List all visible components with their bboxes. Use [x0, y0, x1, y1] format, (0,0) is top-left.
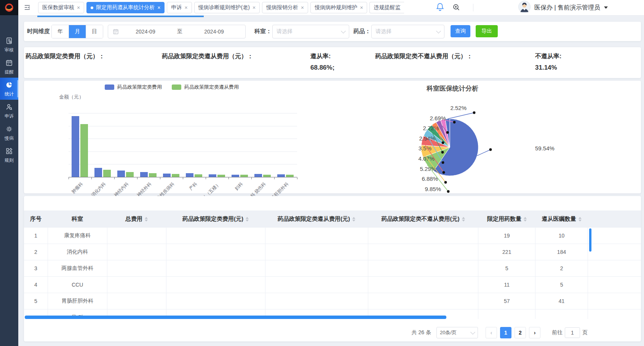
column-header-科室[interactable]: 科室 — [48, 210, 107, 228]
x-axis-tick — [251, 177, 252, 179]
zoom-in-icon[interactable] — [452, 3, 460, 13]
tab-申诉[interactable]: 申诉× — [167, 2, 192, 13]
tab-close-icon[interactable]: × — [157, 5, 160, 10]
tab-close-icon[interactable]: × — [184, 5, 187, 10]
pie-chart-svg: 2.52%2.69%2.72%2.94%3.5%4.07%5.29%6.88%9… — [369, 91, 597, 193]
table-cell-filler — [588, 309, 641, 319]
bar-药品政策限定类费用-妇科 — [232, 175, 239, 177]
sort-desc-icon[interactable] — [352, 220, 355, 222]
sort-asc-icon[interactable] — [578, 217, 582, 219]
column-header-序号[interactable]: 序号 — [24, 210, 48, 228]
dept-select[interactable]: 请选择 — [272, 25, 349, 38]
table-cell: 5 — [24, 293, 48, 309]
export-button[interactable]: 导出 — [476, 25, 498, 37]
sidebar-item-统计[interactable]: 统计 — [0, 78, 18, 100]
sidebar-item-提醒[interactable]: 提醒 — [0, 56, 18, 78]
legend-item-药品政策限定类费用[interactable]: 药品政策限定类费用 — [105, 84, 162, 91]
sort-asc-icon[interactable] — [352, 217, 355, 219]
page-size-select[interactable]: 20条/页 — [436, 327, 478, 338]
table-row[interactable]: 4CCU115 — [24, 277, 641, 293]
pagination: 共 26 条 20条/页 ‹ 12 › 前往 页 — [412, 327, 588, 338]
sort-desc-icon[interactable] — [145, 220, 148, 222]
bar-药品政策限定类费用-产科 — [186, 173, 193, 177]
column-header-药品政策限定类遵从费用(元)[interactable]: 药品政策限定类遵从费用(元) — [265, 210, 368, 228]
tab-慢病报销分析[interactable]: 慢病报销分析× — [262, 2, 308, 13]
tab-限定用药遵从率统计分析[interactable]: 限定用药遵从率统计分析× — [86, 2, 165, 13]
table-cell: 3 — [24, 260, 48, 276]
tab-慢病诊断规则维护(老)[interactable]: 慢病诊断规则维护(老)× — [194, 2, 260, 13]
table-row[interactable]: 5胃肠肝胆外科5741 — [24, 293, 641, 309]
table-row[interactable]: 2消化内科221184 — [24, 244, 641, 260]
legend-item-药品政策限定类遵从费用[interactable]: 药品政策限定类遵从费用 — [172, 84, 239, 91]
sort-asc-icon[interactable] — [462, 217, 465, 219]
pie-leader-dot — [441, 151, 444, 154]
column-header-遵从医嘱数量[interactable]: 遵从医嘱数量 — [535, 210, 588, 228]
query-button[interactable]: 查询 — [451, 25, 470, 37]
page-button-2[interactable]: 2 — [515, 327, 526, 338]
sort-icon[interactable] — [578, 217, 582, 222]
sort-icon[interactable] — [462, 217, 465, 222]
app-logo-icon[interactable] — [0, 0, 18, 15]
bar-chart-legend: 药品政策限定类费用药品政策限定类遵从费用 — [105, 84, 239, 91]
table-cell — [107, 260, 166, 276]
sidebar-item-申诉[interactable]: 申诉 — [0, 100, 18, 122]
pie-chart: 2.52%2.69%2.72%2.94%3.5%4.07%5.29%6.88%9… — [369, 91, 597, 193]
table-row[interactable]: 3两腺血管外科52 — [24, 260, 641, 277]
table-row[interactable]: 1康复疼痛科1910 — [24, 228, 641, 244]
column-header-药品政策限定类不遵从费用(元)[interactable]: 药品政策限定类不遵从费用(元) — [368, 210, 478, 228]
notification-bell-icon[interactable] — [436, 2, 444, 13]
x-axis-tick — [297, 177, 297, 179]
sort-icon[interactable] — [524, 217, 527, 222]
time-option-年[interactable]: 年 — [52, 25, 69, 38]
date-from-value[interactable]: 2024-09 — [119, 29, 172, 35]
user-menu[interactable]: 医保办 | 售前演示管理员 — [518, 0, 608, 15]
sort-desc-icon[interactable] — [524, 220, 527, 222]
active-tab-underline — [37, 16, 204, 17]
tab-close-icon[interactable]: × — [77, 5, 80, 10]
pie-label-59.54%: 59.54% — [535, 145, 555, 151]
column-header-限定用药数量[interactable]: 限定用药数量 — [478, 210, 535, 228]
sort-desc-icon[interactable] — [246, 220, 249, 222]
tab-close-icon[interactable]: × — [360, 5, 363, 10]
table-cell: 胃肠肝胆外科 — [48, 293, 107, 309]
sidebar-item-慢病[interactable]: 慢病 — [0, 122, 18, 144]
sort-asc-icon[interactable] — [145, 217, 148, 219]
bar-药品政策限定类遵从费用-胃肠肝胆外科 — [286, 175, 294, 177]
tab-慢病病种规则维护[interactable]: 慢病病种规则维护× — [310, 2, 367, 13]
table-vertical-scrollbar[interactable] — [589, 228, 591, 252]
time-option-日[interactable]: 日 — [86, 25, 103, 38]
sidebar-item-label: 申诉 — [5, 114, 14, 118]
table-cell-filler — [588, 277, 641, 293]
tab-close-icon[interactable]: × — [301, 5, 304, 10]
table-cell: 221 — [478, 244, 535, 260]
collapse-menu-icon[interactable] — [24, 4, 31, 13]
date-to-value[interactable]: 2024-09 — [187, 29, 241, 35]
tab-医保数据审核[interactable]: 医保数据审核× — [38, 2, 84, 13]
stat-value: 68.86%; — [310, 64, 334, 72]
table-cell — [107, 244, 166, 260]
column-header-药品政策限定类费用(元)[interactable]: 药品政策限定类费用(元) — [166, 210, 265, 228]
tab-close-icon[interactable]: × — [252, 5, 256, 10]
goto-page-input[interactable] — [565, 327, 580, 338]
sort-desc-icon[interactable] — [462, 220, 465, 222]
next-page-button[interactable]: › — [529, 327, 540, 338]
drug-select[interactable]: 请选择 — [371, 25, 444, 38]
sort-desc-icon[interactable] — [578, 220, 582, 222]
bar-药品政策限定类遵从费用-感染性疾病科 — [172, 174, 179, 177]
sort-asc-icon[interactable] — [246, 217, 249, 219]
sort-asc-icon[interactable] — [524, 217, 527, 219]
column-header-总费用[interactable]: 总费用 — [107, 210, 166, 228]
tab-违规提醒监[interactable]: 违规提醒监 — [369, 2, 404, 13]
date-range-picker[interactable]: 2024-09 至 2024-09 — [108, 25, 246, 38]
page-button-1[interactable]: 1 — [500, 327, 511, 338]
date-range-separator: 至 — [172, 28, 187, 35]
table-cell — [166, 277, 265, 293]
table-horizontal-scrollbar[interactable] — [25, 316, 446, 319]
sort-icon[interactable] — [246, 217, 249, 222]
sidebar-item-规则[interactable]: 规则 — [0, 144, 18, 166]
prev-page-button[interactable]: ‹ — [486, 327, 497, 338]
sort-icon[interactable] — [352, 217, 355, 222]
time-option-月[interactable]: 月 — [69, 25, 86, 38]
sidebar-item-审核[interactable]: 审核 — [0, 33, 18, 56]
sort-icon[interactable] — [145, 217, 148, 222]
